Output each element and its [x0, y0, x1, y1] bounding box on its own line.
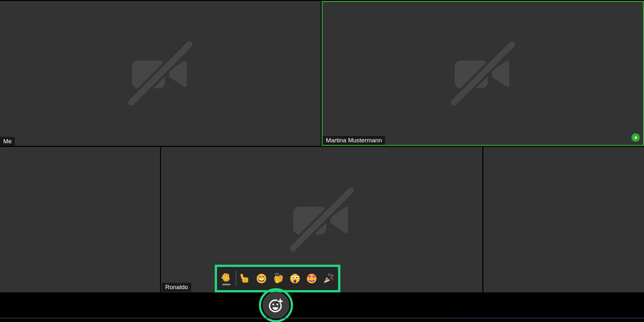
active-speaker-indicator — [631, 133, 640, 142]
surprised-face-icon — [289, 273, 301, 284]
reaction-surprised-button[interactable] — [287, 267, 303, 290]
participant-name: Me — [0, 137, 15, 146]
reactions-button[interactable] — [262, 292, 289, 319]
heart-eyes-face-icon — [306, 273, 317, 284]
camera-off-icon — [449, 40, 517, 107]
party-popper-icon — [323, 273, 334, 284]
empty-stage-left — [0, 147, 160, 292]
empty-stage-right — [483, 147, 644, 292]
reaction-clap-button[interactable] — [270, 267, 287, 290]
clapping-hands-icon — [272, 272, 284, 285]
video-meeting-app: Me Martina Mustermann Ronaldo — [0, 0, 644, 322]
reactions-bar-highlight — [215, 265, 340, 292]
reaction-heart-eyes-button[interactable] — [303, 267, 320, 290]
reaction-thumbs-up-button[interactable] — [236, 267, 253, 290]
camera-off-icon — [127, 40, 194, 107]
participant-name: Martina Mustermann — [323, 136, 385, 145]
add-reaction-icon — [268, 297, 284, 313]
window-bottom-border — [0, 318, 644, 318]
thumbs-up-icon — [239, 273, 251, 284]
participant-name: Ronaldo — [162, 283, 191, 292]
video-tile-martina[interactable]: Martina Mustermann — [322, 1, 644, 146]
reaction-party-popper-button[interactable] — [320, 267, 337, 290]
raised-hand-icon — [221, 272, 232, 283]
raise-hand-active-underline — [222, 284, 231, 285]
joy-face-icon — [256, 273, 267, 284]
reaction-raise-hand-button[interactable] — [217, 267, 236, 290]
video-tile-me[interactable]: Me — [0, 1, 321, 146]
camera-off-icon — [288, 186, 355, 253]
reaction-joy-button[interactable] — [253, 267, 270, 290]
